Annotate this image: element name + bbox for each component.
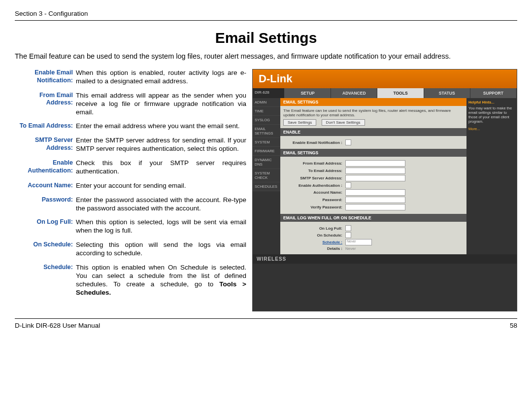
footer-manual-title: D-Link DIR-628 User Manual	[15, 322, 100, 329]
account-name-label: Account Name:	[283, 190, 345, 195]
router-side-nav: ADMIN TIME SYSLOG EMAIL SETTINGS SYSTEM …	[253, 98, 280, 254]
password-label: Password:	[283, 198, 345, 202]
enable-notification-label: Enable Email Notification :	[283, 140, 345, 145]
def-label: Password:	[15, 196, 76, 213]
hints-title: Helpful Hints...	[468, 100, 515, 104]
from-email-label: From Email Address:	[283, 161, 345, 166]
tab-support[interactable]: SUPPORT	[470, 88, 517, 98]
def-label: From Email Address:	[15, 92, 76, 117]
account-name-input[interactable]	[345, 189, 405, 196]
def-value: When this option is enabled, router acti…	[76, 69, 246, 86]
sidebar-item-system[interactable]: SYSTEM	[253, 138, 280, 147]
sidebar-item-dynamic-dns[interactable]: DYNAMIC DNS	[253, 156, 280, 169]
def-label: Enable Email Notification:	[15, 69, 76, 86]
def-label: On Schedule:	[15, 241, 76, 258]
enable-notification-checkbox[interactable]	[345, 139, 351, 145]
def-label: To Email Address:	[15, 122, 76, 131]
def-value: Selecting this option will send the logs…	[76, 241, 246, 258]
router-model-label: DIR-628	[253, 88, 285, 98]
intro-paragraph: The Email feature can be used to send th…	[15, 52, 517, 60]
verify-password-input[interactable]	[345, 204, 405, 210]
router-screenshot: D-Link DIR-628 SETUP ADVANCED TOOLS STAT…	[252, 69, 517, 311]
def-label: Schedule:	[15, 264, 76, 297]
sidebar-item-admin[interactable]: ADMIN	[253, 98, 280, 107]
details-label: Details :	[283, 246, 345, 251]
from-email-input[interactable]	[345, 160, 405, 167]
tab-advanced[interactable]: ADVANCED	[331, 88, 377, 98]
def-value: Check this box if your SMTP server requi…	[76, 159, 246, 176]
page-title: Email Settings	[15, 30, 517, 46]
router-main-panel: EMAIL SETTINGS The Email feature can be …	[280, 98, 466, 254]
sidebar-item-time[interactable]: TIME	[253, 107, 280, 116]
def-label: Enable Authentication:	[15, 159, 76, 176]
def-value: Enter the email address where you want t…	[76, 122, 246, 131]
verify-password-label: Verify Password:	[283, 205, 345, 209]
sidebar-item-system-check[interactable]: SYSTEM CHECK	[253, 169, 280, 182]
section-desc: The Email feature can be used to send th…	[283, 108, 464, 117]
on-schedule-checkbox[interactable]	[345, 232, 351, 238]
def-value: This option is enabled when On Schedule …	[76, 264, 246, 297]
save-settings-button[interactable]: Save Settings	[283, 119, 316, 126]
def-label: Account Name:	[15, 182, 76, 190]
to-email-input[interactable]	[345, 168, 405, 174]
def-value: Enter the SMTP server address for sendin…	[76, 137, 246, 153]
def-value: Enter your account for sending email.	[76, 182, 246, 190]
sidebar-item-email-settings[interactable]: EMAIL SETTINGS	[253, 125, 280, 138]
section-email-settings-header: EMAIL SETTINGS	[280, 98, 466, 106]
to-email-label: To Email Address:	[283, 169, 345, 173]
section-enable-header: ENABLE	[280, 128, 466, 136]
hints-text: You may want to make the email settings …	[468, 106, 515, 124]
dont-save-settings-button[interactable]: Don't Save Settings	[322, 119, 365, 126]
footer-page-number: 58	[510, 322, 517, 329]
password-input[interactable]	[345, 197, 405, 203]
tab-setup[interactable]: SETUP	[285, 88, 331, 98]
enable-auth-label: Enable Authentication :	[283, 183, 345, 188]
router-footer-wireless: WIRELESS	[253, 254, 517, 264]
sidebar-item-firmware[interactable]: FIRMWARE	[253, 147, 280, 156]
section-email-settings2-header: EMAIL SETTINGS	[280, 149, 466, 157]
schedule-label: Schedule :	[283, 240, 345, 244]
def-label: SMTP Server Address:	[15, 137, 76, 153]
tab-tools[interactable]: TOOLS	[377, 88, 424, 98]
tab-status[interactable]: STATUS	[424, 88, 470, 98]
helpful-hints-panel: Helpful Hints... You may want to make th…	[466, 98, 517, 254]
section-email-log-header: EMAIL LOG WHEN FULL OR ON SCHEDULE	[280, 214, 466, 222]
details-value: Never	[345, 246, 356, 251]
sidebar-item-syslog[interactable]: SYSLOG	[253, 116, 280, 125]
on-log-full-label: On Log Full:	[283, 226, 345, 231]
def-value: Enter the password associated with the a…	[76, 196, 246, 213]
on-schedule-label: On Schedule:	[283, 233, 345, 238]
definitions-column: Enable Email Notification:When this opti…	[15, 69, 246, 311]
def-value: When this option is selected, logs will …	[76, 218, 246, 235]
enable-auth-checkbox[interactable]	[345, 182, 351, 188]
smtp-server-label: SMTP Server Address:	[283, 176, 345, 180]
def-value: This email address will appear as the se…	[76, 92, 246, 117]
schedule-select[interactable]: Never	[345, 239, 372, 245]
section-header: Section 3 - Configuration	[15, 10, 517, 21]
sidebar-item-schedules[interactable]: SCHEDULES	[253, 182, 280, 191]
smtp-server-input[interactable]	[345, 175, 405, 181]
on-log-full-checkbox[interactable]	[345, 225, 351, 231]
def-label: On Log Full:	[15, 218, 76, 235]
hints-more-link[interactable]: More...	[468, 127, 515, 131]
router-brand-logo: D-Link	[253, 69, 517, 88]
